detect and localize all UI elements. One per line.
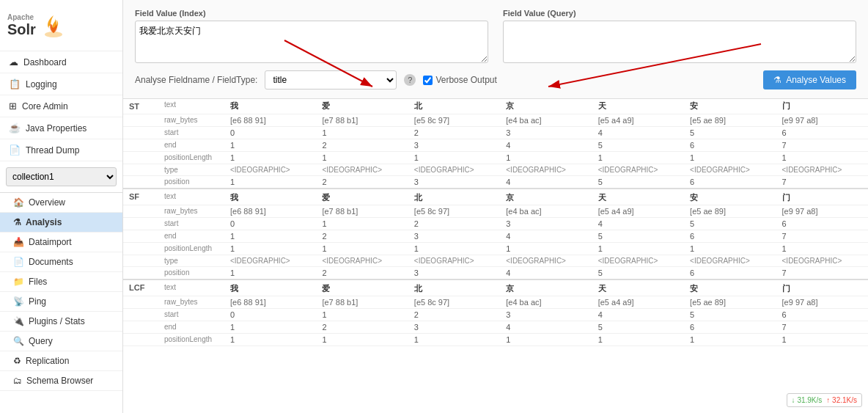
documents-icon: 📄 (13, 257, 24, 267)
sidebar-item-thread-dump[interactable]: 📄 Thread Dump (0, 139, 122, 161)
sidebar-item-core-admin[interactable]: ⊞ Core Admin (0, 95, 122, 117)
sidebar-item-files[interactable]: 📁 Files (0, 272, 122, 292)
files-icon: 📁 (13, 277, 24, 287)
field-name-cell: position (158, 267, 224, 280)
section-type-label (123, 230, 158, 243)
token-cell: 1 (408, 334, 500, 346)
sidebar-item-label: Core Admin (22, 101, 68, 112)
logo-area: Apache Solr (0, 0, 122, 51)
token-cell: 3 (408, 321, 500, 334)
section-type-label (123, 309, 158, 321)
token-cell: [e9 97 a8] (776, 296, 868, 309)
collection-select-wrap: collection1 (0, 161, 122, 193)
table-row: SFtext我爱北京天安门 (123, 189, 868, 205)
field-name-cell: text (158, 99, 224, 114)
sidebar-item-plugins-stats[interactable]: 🔌 Plugins / Stats (0, 312, 122, 332)
token-cell: [e4 ba ac] (500, 114, 592, 127)
sidebar-item-query[interactable]: 🔍 Query (0, 332, 122, 351)
sidebar-item-label: Files (29, 277, 47, 287)
token-cell: 5 (592, 267, 684, 280)
token-cell: 4 (500, 321, 592, 334)
field-value-index-input[interactable]: 我爱北京天安门 (135, 21, 488, 63)
sidebar-item-logging[interactable]: 📋 Logging (0, 73, 122, 95)
token-cell: 0 (224, 218, 316, 230)
section-type-label (123, 139, 158, 152)
token-cell: 5 (684, 218, 776, 230)
token-cell: 北 (408, 189, 500, 205)
token-cell: 北 (408, 99, 500, 114)
sidebar-item-label: Java Properties (26, 123, 87, 134)
token-cell: [e7 88 b1] (316, 205, 408, 218)
logo-apache: Apache (7, 13, 36, 21)
token-cell: [e4 ba ac] (500, 296, 592, 309)
token-cell: 0 (224, 127, 316, 139)
section-type-label (123, 176, 158, 189)
field-name-cell: end (158, 139, 224, 152)
token-cell: 5 (592, 176, 684, 189)
sidebar-item-schema-browser[interactable]: 🗂 Schema Browser (0, 371, 122, 391)
plugins-icon: 🔌 (13, 316, 24, 326)
token-cell: <IDEOGRAPHIC> (224, 164, 316, 176)
speed-badge: ↓ 31.9K/s ↑ 32.1K/s (787, 393, 862, 407)
field-value-query-input[interactable] (503, 21, 856, 63)
token-cell: [e5 8c 97] (408, 114, 500, 127)
section-type-label (123, 255, 158, 267)
sidebar-item-documents[interactable]: 📄 Documents (0, 252, 122, 272)
sidebar-item-java-properties[interactable]: ☕ Java Properties (0, 117, 122, 139)
field-name-cell: type (158, 164, 224, 176)
token-cell: 3 (408, 267, 500, 280)
verbose-output-text: Verbose Output (435, 75, 496, 85)
query-icon: 🔍 (13, 336, 24, 346)
section-type-label (123, 296, 158, 309)
sidebar-item-label: Dataimport (29, 237, 72, 247)
field-name-cell: end (158, 230, 224, 243)
field-name-cell: text (158, 279, 224, 296)
sidebar-item-analysis[interactable]: ⚗ Analysis (0, 213, 122, 233)
token-cell: 7 (776, 230, 868, 243)
sidebar-item-label: Overview (29, 197, 65, 208)
token-cell: 1 (224, 334, 316, 346)
sidebar-item-dashboard[interactable]: ☁ Dashboard (0, 51, 122, 73)
token-cell: 1 (224, 267, 316, 280)
sidebar-item-label: Query (29, 336, 53, 346)
sidebar-item-dataimport[interactable]: 📥 Dataimport (0, 233, 122, 252)
sidebar-item-ping[interactable]: 📡 Ping (0, 292, 122, 312)
help-icon[interactable]: ? (404, 74, 416, 86)
token-cell: 2 (408, 127, 500, 139)
token-cell: 天 (592, 279, 684, 296)
token-cell: 0 (224, 309, 316, 321)
analyse-values-button[interactable]: ⚗ Analyse Values (763, 70, 856, 89)
table-area: STtext我爱北京天安门raw_bytes[e6 88 91][e7 88 b… (123, 99, 868, 413)
token-cell: 5 (684, 309, 776, 321)
table-row: STtext我爱北京天安门 (123, 99, 868, 114)
sidebar-item-overview[interactable]: 🏠 Overview (0, 193, 122, 213)
token-cell: 1 (500, 243, 592, 255)
token-cell: 我 (224, 279, 316, 296)
thread-dump-icon: 📄 (9, 145, 21, 156)
token-cell: [e7 88 b1] (316, 114, 408, 127)
token-cell: [e9 97 a8] (776, 114, 868, 127)
token-cell: 爱 (316, 189, 408, 205)
token-cell: <IDEOGRAPHIC> (500, 255, 592, 267)
table-row: end1234567 (123, 139, 868, 152)
sidebar-item-label: Schema Browser (26, 376, 93, 386)
table-row: start0123456 (123, 218, 868, 230)
field-name-cell: positionLength (158, 152, 224, 164)
table-row: type<IDEOGRAPHIC><IDEOGRAPHIC><IDEOGRAPH… (123, 255, 868, 267)
token-cell: 1 (776, 334, 868, 346)
token-cell: 1 (592, 243, 684, 255)
token-cell: 5 (684, 127, 776, 139)
fieldname-select[interactable]: title text _default (265, 70, 397, 89)
section-type-label (123, 205, 158, 218)
analyse-row: Analyse Fieldname / FieldType: title tex… (135, 70, 856, 89)
table-row: end1234567 (123, 321, 868, 334)
sidebar-item-replication[interactable]: ♻ Replication (0, 351, 122, 371)
token-cell: 4 (500, 176, 592, 189)
token-cell: 1 (224, 139, 316, 152)
verbose-output-checkbox[interactable] (423, 76, 433, 85)
token-cell: 3 (408, 176, 500, 189)
collection-select[interactable]: collection1 (6, 167, 117, 186)
sub-nav: 🏠 Overview ⚗ Analysis 📥 Dataimport 📄 Doc… (0, 193, 122, 391)
field-name-cell: start (158, 309, 224, 321)
token-cell: 6 (684, 321, 776, 334)
